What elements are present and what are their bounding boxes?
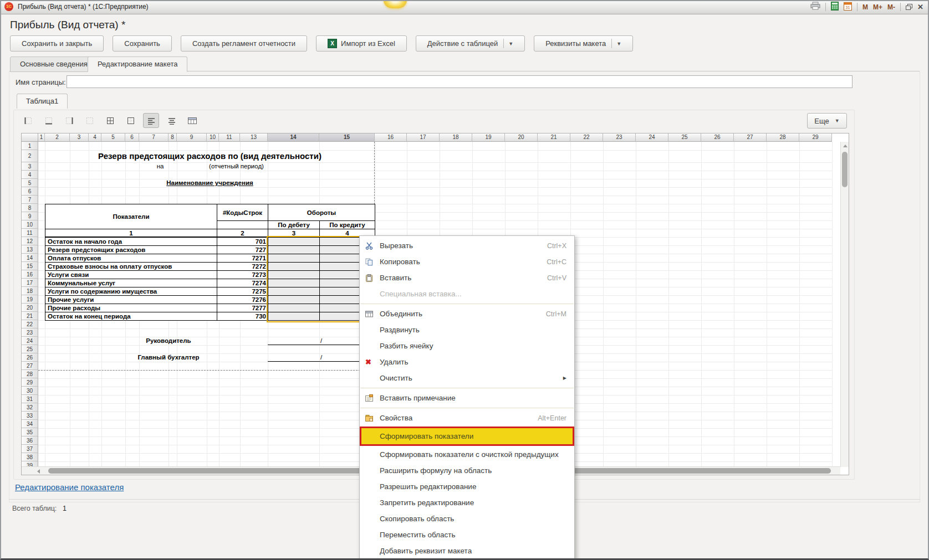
- more-button[interactable]: Еще▼: [807, 113, 847, 129]
- save-and-close-button[interactable]: Сохранить и закрыть: [10, 35, 104, 52]
- row-header-17[interactable]: 17: [22, 279, 38, 287]
- row-header-11[interactable]: 11: [22, 229, 38, 237]
- sheet-tab-tablica1[interactable]: Таблица1: [17, 94, 68, 109]
- row-header-5[interactable]: 5: [22, 179, 38, 187]
- memory-m-button[interactable]: M: [862, 3, 868, 11]
- column-header-29[interactable]: 29: [799, 133, 832, 142]
- row-header-24[interactable]: 24: [22, 337, 38, 345]
- column-header-3[interactable]: 3: [70, 133, 89, 142]
- column-header-21[interactable]: 21: [538, 133, 570, 142]
- report-row-code-5[interactable]: 7274: [217, 279, 268, 287]
- menu-item-удалить[interactable]: ✖Удалить: [360, 354, 574, 370]
- row-header-29[interactable]: 29: [22, 378, 38, 387]
- row-header-37[interactable]: 37: [22, 445, 38, 453]
- row-header-28[interactable]: 28: [22, 370, 38, 378]
- menu-item-вставить-примечание[interactable]: Вставить примечание: [360, 390, 574, 406]
- restore-window-icon[interactable]: [906, 4, 912, 10]
- row-header-22[interactable]: 22: [22, 320, 38, 328]
- row-header-9[interactable]: 9: [22, 212, 38, 220]
- menu-item-разбить-ячейку[interactable]: Разбить ячейку: [360, 338, 574, 354]
- menu-item-копировать[interactable]: КопироватьCtrl+C: [360, 254, 574, 270]
- calendar-icon[interactable]: 31: [844, 2, 852, 13]
- report-row-name-5[interactable]: Коммунальные услуг: [45, 279, 217, 287]
- border-outer-button[interactable]: [122, 113, 139, 128]
- menu-item-раздвинуть[interactable]: Раздвинуть: [360, 322, 574, 338]
- column-header-2[interactable]: 2: [45, 133, 70, 142]
- row-header-14[interactable]: 14: [22, 254, 38, 262]
- column-header-9[interactable]: 9: [177, 133, 207, 142]
- column-header-16[interactable]: 16: [375, 133, 407, 142]
- align-center-button[interactable]: [164, 113, 180, 128]
- row-header-18[interactable]: 18: [22, 287, 38, 295]
- column-header-6[interactable]: 6: [125, 133, 139, 142]
- scroll-left-icon[interactable]: [37, 469, 40, 474]
- row-header-33[interactable]: 33: [22, 412, 38, 420]
- report-row-name-8[interactable]: Прочие расходы: [45, 304, 217, 312]
- row-header-23[interactable]: 23: [22, 328, 38, 337]
- layout-attributes-dropdown[interactable]: Реквизиты макета ▼: [534, 35, 633, 52]
- row-header-31[interactable]: 31: [22, 395, 38, 403]
- row-header-7[interactable]: 7: [22, 196, 38, 204]
- menu-item-расширить-формулу-на-область[interactable]: Расширить формулу на область: [360, 463, 574, 479]
- excel-import-button[interactable]: X Импорт из Excel: [316, 35, 407, 52]
- menu-item-скопировать-область[interactable]: Скопировать область: [360, 511, 574, 527]
- row-header-15[interactable]: 15: [22, 262, 38, 270]
- report-row-name-1[interactable]: Резерв предстоящих расходов: [45, 246, 217, 254]
- report-row-name-6[interactable]: Услуги по содержанию имущества: [45, 287, 217, 296]
- row-header-30[interactable]: 30: [22, 387, 38, 395]
- column-header-19[interactable]: 19: [472, 133, 505, 142]
- tab-main-info[interactable]: Основные сведения: [10, 56, 98, 72]
- border-all-button[interactable]: [102, 113, 118, 128]
- merge-cells-button[interactable]: [184, 113, 200, 128]
- row-header-16[interactable]: 16: [22, 270, 38, 279]
- column-header-17[interactable]: 17: [407, 133, 440, 142]
- row-header-6[interactable]: 6: [22, 187, 38, 196]
- print-icon[interactable]: [810, 2, 820, 12]
- table-action-dropdown[interactable]: Действие с таблицей ▼: [416, 35, 525, 52]
- row-header-35[interactable]: 35: [22, 428, 38, 436]
- menu-item-запретить-редактирование[interactable]: Запретить редактирование: [360, 495, 574, 511]
- sheet-corner-cell[interactable]: [22, 133, 38, 142]
- row-header-26[interactable]: 26: [22, 353, 38, 362]
- report-row-name-0[interactable]: Остаток на начало года: [45, 238, 217, 246]
- column-header-8[interactable]: 8: [169, 133, 177, 142]
- column-header-28[interactable]: 28: [767, 133, 799, 142]
- menu-item-переместить-область[interactable]: Переместить область: [360, 527, 574, 543]
- column-header-4[interactable]: 4: [89, 133, 101, 142]
- column-header-27[interactable]: 27: [734, 133, 767, 142]
- menu-item-вырезать[interactable]: ВырезатьCtrl+X: [360, 238, 574, 254]
- column-header-18[interactable]: 18: [440, 133, 472, 142]
- row-header-1[interactable]: 1: [22, 142, 38, 150]
- border-left-button[interactable]: [20, 113, 36, 128]
- column-header-14[interactable]: 14: [268, 133, 319, 142]
- report-row-code-1[interactable]: 727: [217, 246, 268, 254]
- row-header-34[interactable]: 34: [22, 420, 38, 428]
- column-header-22[interactable]: 22: [570, 133, 603, 142]
- column-header-25[interactable]: 25: [668, 133, 701, 142]
- row-header-19[interactable]: 19: [22, 295, 38, 304]
- row-header-32[interactable]: 32: [22, 403, 38, 412]
- row-header-36[interactable]: 36: [22, 436, 38, 445]
- row-header-3[interactable]: 3: [22, 162, 38, 171]
- row-header-13[interactable]: 13: [22, 245, 38, 254]
- menu-item-свойства[interactable]: СвойстваAlt+Enter: [360, 410, 574, 426]
- memory-m-plus-button[interactable]: M+: [873, 3, 882, 11]
- row-header-27[interactable]: 27: [22, 362, 38, 370]
- menu-item-вставить[interactable]: ВставитьCtrl+V: [360, 270, 574, 286]
- close-window-icon[interactable]: ✕: [917, 3, 923, 11]
- column-header-23[interactable]: 23: [603, 133, 636, 142]
- column-header-11[interactable]: 11: [219, 133, 240, 142]
- menu-item-добавить-реквизит-макета[interactable]: Добавить реквизит макета: [360, 543, 574, 559]
- column-header-20[interactable]: 20: [505, 133, 538, 142]
- menu-item-объединить[interactable]: ОбъединитьCtrl+M: [360, 306, 574, 322]
- row-header-38[interactable]: 38: [22, 453, 38, 461]
- report-row-code-0[interactable]: 701: [217, 238, 268, 246]
- report-row-code-7[interactable]: 7276: [217, 296, 268, 304]
- report-row-name-3[interactable]: Страховые взносы на оплату отпусков: [45, 263, 217, 271]
- column-header-24[interactable]: 24: [636, 133, 668, 142]
- calculator-icon[interactable]: [831, 2, 839, 13]
- column-header-5[interactable]: 5: [101, 133, 125, 142]
- create-regulation-button[interactable]: Создать регламент отчетности: [181, 35, 307, 52]
- report-row-code-3[interactable]: 7272: [217, 263, 268, 271]
- memory-m-minus-button[interactable]: M-: [887, 3, 895, 11]
